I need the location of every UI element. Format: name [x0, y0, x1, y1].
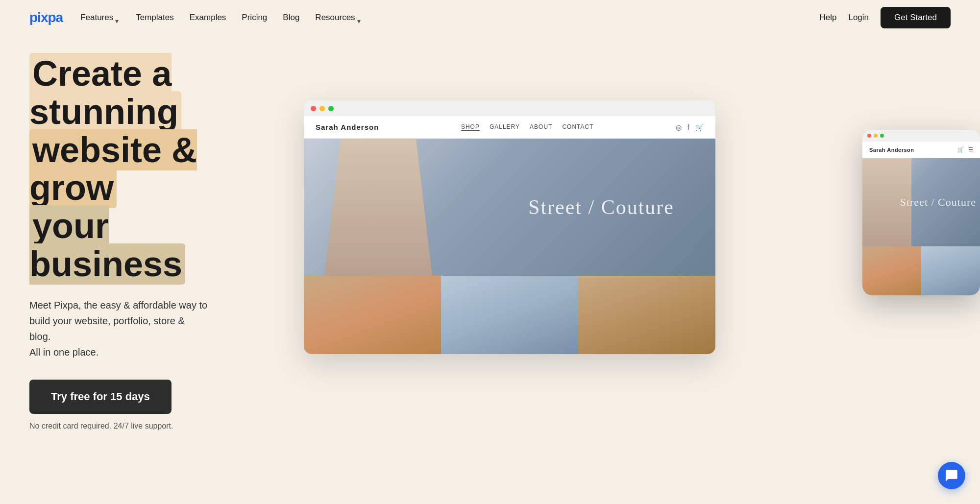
mobile-dot-green: [880, 134, 884, 138]
nav-link-examples[interactable]: Examples: [190, 13, 226, 23]
mockup-thumb-2: [441, 276, 578, 354]
chevron-down-icon: [357, 16, 362, 19]
mockup-navbar: Sarah Anderson SHOP GALLERY ABOUT CONTAC…: [304, 116, 715, 139]
mockup-thumb-3: [578, 276, 715, 354]
chat-bubble-button[interactable]: [938, 462, 965, 489]
mockup-thumbnail-row: [304, 276, 715, 354]
mockup-hero-text: Street / Couture: [528, 195, 674, 219]
hero-content: Create a stunning website & grow your bu…: [29, 55, 274, 431]
chevron-down-icon: [115, 16, 120, 19]
headline-line1: Create a stunning: [29, 53, 181, 132]
mockup-nav-about: ABOUT: [530, 123, 552, 131]
chat-icon: [945, 469, 958, 482]
hero-section: Create a stunning website & grow your bu…: [0, 35, 980, 460]
mockup-logo: Sarah Anderson: [316, 123, 379, 131]
mobile-mockup-logo: Sarah Anderson: [869, 147, 914, 153]
nav-right: Help Login Get Started: [819, 7, 951, 28]
mockup-social-icons: ◎ f 🛒: [676, 123, 704, 131]
nav-item-templates[interactable]: Templates: [136, 13, 173, 23]
nav-link-templates[interactable]: Templates: [136, 13, 173, 23]
headline-line2: website & grow: [29, 129, 197, 209]
login-link[interactable]: Login: [848, 13, 869, 23]
mobile-cart-icon: 🛒: [957, 146, 964, 153]
nav-item-features[interactable]: Features: [80, 13, 120, 23]
nav-item-resources[interactable]: Resources: [315, 13, 362, 23]
mobile-dot-red: [867, 134, 871, 138]
mockup-nav-shop: SHOP: [461, 123, 480, 131]
mockup-nav-gallery: GALLERY: [490, 123, 520, 131]
window-dot-yellow: [319, 106, 325, 111]
mobile-thumb-1: [862, 246, 921, 295]
mockup-nav-links: SHOP GALLERY ABOUT CONTACT: [461, 123, 594, 131]
nav-link-features[interactable]: Features: [80, 13, 120, 23]
main-nav: pixpa Features Templates Examples: [0, 0, 980, 35]
mockup-hero-image: Street / Couture: [304, 139, 715, 276]
mobile-hero-text: Street / Couture: [900, 196, 976, 209]
nav-link-pricing[interactable]: Pricing: [242, 13, 267, 23]
mobile-menu-icon: ☰: [968, 146, 973, 153]
mockup-nav-contact: CONTACT: [562, 123, 593, 131]
desktop-mockup: Sarah Anderson SHOP GALLERY ABOUT CONTAC…: [304, 100, 715, 354]
hero-mockup-area: Sarah Anderson SHOP GALLERY ABOUT CONTAC…: [304, 100, 951, 384]
nav-item-pricing[interactable]: Pricing: [242, 13, 267, 23]
window-dot-green: [328, 106, 334, 111]
get-started-button[interactable]: Get Started: [881, 7, 951, 28]
nav-links: Features Templates Examples Pricing: [80, 13, 362, 23]
mobile-mockup-icons: 🛒 ☰: [957, 146, 973, 153]
logo-text: pixpa: [29, 10, 63, 25]
mobile-mockup: Sarah Anderson 🛒 ☰ Street / Couture: [862, 130, 980, 295]
headline-line3: your business: [29, 205, 185, 285]
nav-left: pixpa Features Templates Examples: [29, 10, 362, 25]
desktop-mockup-content: Sarah Anderson SHOP GALLERY ABOUT CONTAC…: [304, 116, 715, 354]
mobile-window-bar: [862, 130, 980, 142]
mobile-dot-yellow: [874, 134, 878, 138]
nav-item-blog[interactable]: Blog: [283, 13, 299, 23]
cart-icon: 🛒: [695, 123, 704, 131]
hero-subtitle: Meet Pixpa, the easy & affordable way to…: [29, 297, 274, 360]
window-dot-red: [311, 106, 316, 111]
logo[interactable]: pixpa: [29, 10, 63, 25]
mobile-mockup-nav: Sarah Anderson 🛒 ☰: [862, 142, 980, 158]
mobile-thumbnail-row: [862, 246, 980, 295]
nav-link-resources[interactable]: Resources: [315, 13, 362, 23]
try-free-button[interactable]: Try free for 15 days: [29, 380, 172, 414]
instagram-icon: ◎: [676, 123, 682, 131]
desktop-window-bar: [304, 100, 715, 116]
hero-headline: Create a stunning website & grow your bu…: [29, 55, 274, 284]
mockup-person-image: [324, 139, 432, 276]
facebook-icon: f: [687, 123, 689, 131]
help-link[interactable]: Help: [819, 13, 836, 23]
nav-item-examples[interactable]: Examples: [190, 13, 226, 23]
mobile-thumb-2: [921, 246, 980, 295]
mockup-thumb-1: [304, 276, 441, 354]
no-credit-text: No credit card required. 24/7 live suppo…: [29, 422, 274, 431]
nav-link-blog[interactable]: Blog: [283, 13, 299, 23]
mobile-mockup-hero: Street / Couture: [862, 158, 980, 246]
